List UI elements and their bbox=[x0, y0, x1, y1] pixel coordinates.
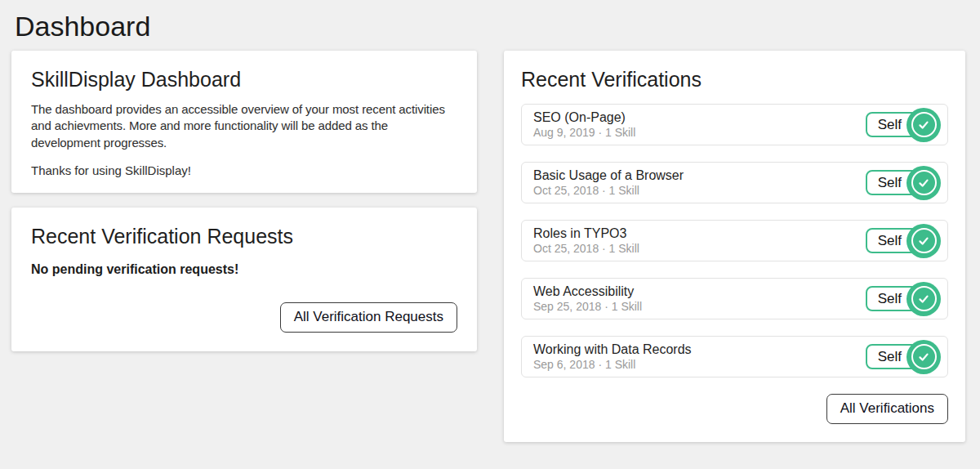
verification-title: Basic Usage of a Browser bbox=[533, 168, 684, 183]
verification-item-text: Web Accessibility Sep 25, 2018 · 1 Skill bbox=[533, 284, 642, 315]
verification-requests-card: Recent Verification Requests No pending … bbox=[11, 208, 477, 351]
no-pending-requests-message: No pending verification requests! bbox=[31, 262, 457, 277]
verification-meta: Aug 9, 2019 · 1 Skill bbox=[533, 126, 635, 141]
verification-badge: Self bbox=[866, 107, 936, 143]
requests-button-row: All Verification Requests bbox=[31, 302, 457, 332]
dashboard-thanks: Thanks for using SkillDisplay! bbox=[31, 163, 457, 177]
verification-list-item[interactable]: Working with Data Records Sep 6, 2018 · … bbox=[521, 336, 948, 377]
page-title: Dashboard bbox=[15, 8, 980, 44]
card-title-recent-verifications: Recent Verifications bbox=[521, 67, 948, 92]
verification-title: Web Accessibility bbox=[533, 284, 642, 299]
verification-meta: Oct 25, 2018 · 1 Skill bbox=[533, 184, 684, 199]
skilldisplay-dashboard-card: SkillDisplay Dashboard The dashboard pro… bbox=[11, 51, 477, 193]
verification-item-text: Roles in TYPO3 Oct 25, 2018 · 1 Skill bbox=[533, 226, 639, 257]
verified-check-icon bbox=[906, 224, 941, 258]
all-verification-requests-button[interactable]: All Verification Requests bbox=[280, 302, 457, 332]
verified-check-icon bbox=[906, 282, 941, 316]
verification-meta: Sep 25, 2018 · 1 Skill bbox=[533, 300, 642, 315]
recent-verifications-card: Recent Verifications SEO (On-Page) Aug 9… bbox=[504, 51, 965, 442]
verification-title: Working with Data Records bbox=[533, 342, 692, 357]
verification-list: SEO (On-Page) Aug 9, 2019 · 1 Skill Self… bbox=[521, 104, 948, 377]
verification-badge: Self bbox=[866, 165, 936, 201]
all-verifications-button[interactable]: All Verifications bbox=[826, 394, 948, 423]
verification-list-item[interactable]: Roles in TYPO3 Oct 25, 2018 · 1 Skill Se… bbox=[521, 220, 948, 261]
card-title-verification-requests: Recent Verification Requests bbox=[31, 224, 457, 248]
verification-meta: Sep 6, 2018 · 1 Skill bbox=[533, 358, 692, 373]
left-column: SkillDisplay Dashboard The dashboard pro… bbox=[11, 51, 477, 442]
verifications-button-row: All Verifications bbox=[521, 394, 948, 423]
verification-list-item[interactable]: Basic Usage of a Browser Oct 25, 2018 · … bbox=[521, 162, 948, 203]
verification-item-text: Working with Data Records Sep 6, 2018 · … bbox=[533, 342, 692, 373]
verification-badge: Self bbox=[866, 223, 936, 259]
verification-list-item[interactable]: SEO (On-Page) Aug 9, 2019 · 1 Skill Self bbox=[521, 104, 948, 145]
right-column: Recent Verifications SEO (On-Page) Aug 9… bbox=[504, 51, 965, 442]
dashboard-layout: SkillDisplay Dashboard The dashboard pro… bbox=[11, 51, 969, 442]
verification-title: Roles in TYPO3 bbox=[533, 226, 639, 241]
verified-check-icon bbox=[906, 166, 941, 200]
verification-list-item[interactable]: Web Accessibility Sep 25, 2018 · 1 Skill… bbox=[521, 278, 948, 319]
card-title-skilldisplay-dashboard: SkillDisplay Dashboard bbox=[31, 67, 457, 92]
dashboard-description: The dashboard provides an accessible ove… bbox=[31, 101, 457, 151]
verification-title: SEO (On-Page) bbox=[533, 109, 635, 125]
verification-item-text: SEO (On-Page) Aug 9, 2019 · 1 Skill bbox=[533, 109, 635, 141]
verification-badge: Self bbox=[866, 281, 936, 317]
verification-meta: Oct 25, 2018 · 1 Skill bbox=[533, 242, 639, 257]
verified-check-icon bbox=[906, 340, 941, 374]
verification-badge: Self bbox=[866, 339, 936, 375]
verified-check-icon bbox=[906, 108, 941, 142]
verification-item-text: Basic Usage of a Browser Oct 25, 2018 · … bbox=[533, 168, 684, 199]
